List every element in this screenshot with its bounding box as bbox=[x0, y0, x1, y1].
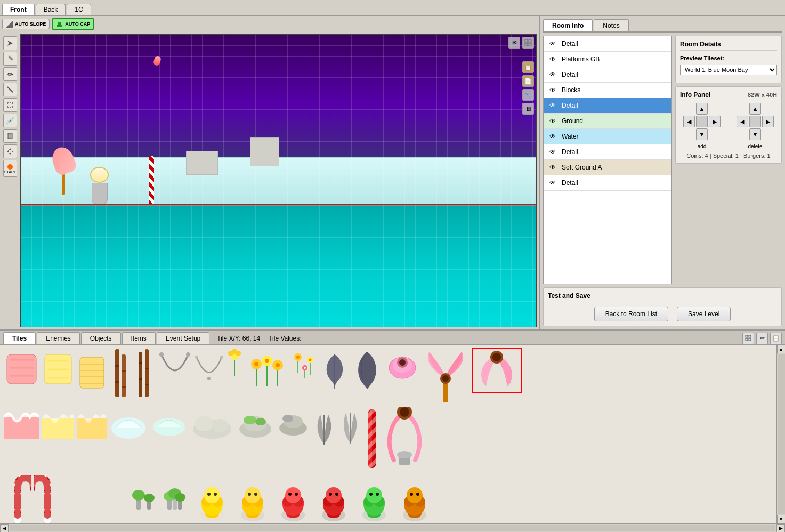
eye-icon-7[interactable]: 👁 bbox=[548, 132, 557, 141]
tab-front[interactable]: Front bbox=[2, 4, 35, 15]
tab-tiles[interactable]: Tiles bbox=[3, 332, 36, 344]
layer-ground[interactable]: 👁 Ground bbox=[544, 114, 671, 129]
del-up[interactable]: ▲ bbox=[749, 103, 761, 115]
tile-palm-open[interactable] bbox=[383, 407, 426, 465]
tool-arrow[interactable] bbox=[3, 36, 17, 50]
del-right[interactable]: ▶ bbox=[762, 116, 774, 127]
del-left[interactable]: ◀ bbox=[737, 116, 748, 127]
tile-dark-leaves-1[interactable] bbox=[321, 349, 348, 392]
tab-event-setup[interactable]: Event Setup bbox=[157, 332, 209, 344]
tool-start[interactable]: START bbox=[3, 160, 17, 177]
eye-icon-3[interactable]: 👁 bbox=[548, 70, 557, 79]
tile-ice-mound-2[interactable] bbox=[150, 407, 188, 436]
tool-eraser[interactable]: ✏ bbox=[3, 67, 17, 81]
eye-icon-8[interactable]: 👁 bbox=[548, 147, 557, 157]
scroll-up-btn[interactable]: ▲ bbox=[777, 345, 786, 353]
tab-objects[interactable]: Objects bbox=[81, 332, 121, 344]
tool-fill[interactable] bbox=[3, 129, 17, 143]
eye-icon-6[interactable]: 👁 bbox=[548, 116, 557, 126]
tile-palm-full[interactable] bbox=[422, 349, 470, 402]
tile-red-pole[interactable] bbox=[364, 407, 380, 471]
auto-cap-button[interactable]: AUTO CAP bbox=[52, 18, 94, 30]
layer-detail-selected[interactable]: 👁 Detail bbox=[544, 98, 671, 114]
visibility-icon[interactable]: 👁 bbox=[508, 37, 520, 49]
pencil-tool-icon[interactable]: ✏ bbox=[756, 333, 768, 344]
tile-feather-1[interactable] bbox=[312, 407, 336, 449]
layer-soft-ground-a[interactable]: 👁 Soft Ground A bbox=[544, 160, 671, 175]
tool-eyedropper[interactable]: 💉 bbox=[3, 114, 17, 127]
tile-gummy-red-1[interactable] bbox=[274, 475, 312, 523]
tiles-content[interactable] bbox=[0, 345, 776, 523]
tile-gummy-yellow-1[interactable] bbox=[193, 475, 231, 523]
tool-select[interactable] bbox=[3, 98, 17, 112]
copy-right-icon[interactable]: 📄 bbox=[522, 75, 534, 87]
copy-left-icon[interactable]: 📋 bbox=[522, 61, 534, 73]
del-down[interactable]: ▼ bbox=[749, 128, 761, 140]
tile-bamboo-1[interactable] bbox=[110, 349, 131, 397]
tile-ice-mound-1[interactable] bbox=[110, 407, 147, 439]
wrench-icon[interactable]: 🔧 bbox=[522, 89, 534, 101]
grid-toggle-icon[interactable] bbox=[522, 37, 534, 49]
layer-blocks[interactable]: 👁 Blocks bbox=[544, 83, 671, 98]
back-to-room-list-button[interactable]: Back to Room List bbox=[594, 307, 668, 321]
tab-notes[interactable]: Notes bbox=[594, 19, 628, 31]
tile-feather-2[interactable] bbox=[339, 407, 361, 447]
eye-icon-5[interactable]: 👁 bbox=[548, 101, 557, 110]
display-icon[interactable]: 🖥 bbox=[522, 103, 534, 115]
tool-line[interactable] bbox=[3, 83, 17, 96]
tab-enemies[interactable]: Enemies bbox=[37, 332, 80, 344]
hscroll-left-btn[interactable]: ◀ bbox=[0, 524, 9, 533]
tile-gummy-green[interactable] bbox=[355, 475, 393, 523]
add-up[interactable]: ▲ bbox=[696, 103, 708, 115]
tile-snow-blob-2[interactable] bbox=[237, 407, 274, 439]
tile-gummy-orange[interactable] bbox=[396, 475, 433, 523]
eye-icon-9[interactable]: 👁 bbox=[548, 163, 557, 172]
tile-snow-blob-3[interactable] bbox=[277, 407, 309, 436]
hscroll-right-btn[interactable]: ▶ bbox=[776, 524, 785, 533]
eye-icon-2[interactable]: 👁 bbox=[548, 54, 557, 64]
tile-pink-lotus[interactable] bbox=[386, 349, 418, 386]
tile-candy-cane-1[interactable] bbox=[4, 475, 31, 523]
tile-palm-half-selected[interactable] bbox=[473, 349, 521, 392]
tool-pencil[interactable] bbox=[3, 52, 17, 66]
tab-room-info[interactable]: Room Info bbox=[543, 19, 593, 31]
scroll-down-btn[interactable]: ▼ bbox=[777, 515, 786, 523]
tile-mushroom-2[interactable] bbox=[161, 475, 190, 512]
tile-pineapple[interactable] bbox=[77, 349, 107, 392]
layer-water[interactable]: 👁 Water bbox=[544, 129, 671, 144]
add-left[interactable]: ◀ bbox=[683, 116, 695, 127]
layer-detail-3[interactable]: 👁 Detail bbox=[544, 144, 671, 160]
auto-slope-button[interactable]: AUTO SLOPE bbox=[2, 19, 50, 29]
tab-1c[interactable]: 1C bbox=[67, 4, 91, 15]
eye-icon-1[interactable]: 👁 bbox=[548, 39, 557, 49]
tile-dark-leaves-2[interactable] bbox=[351, 349, 383, 392]
eye-icon-4[interactable]: 👁 bbox=[548, 85, 557, 95]
tile-candy-cane-2[interactable] bbox=[34, 475, 61, 523]
add-down[interactable]: ▼ bbox=[696, 128, 708, 140]
tile-snow-blob-1[interactable] bbox=[191, 407, 233, 439]
layer-platforms-gb[interactable]: 👁 Platforms GB bbox=[544, 52, 671, 67]
tile-arc-2[interactable] bbox=[194, 349, 223, 392]
copy-tile-icon[interactable]: 📋 bbox=[770, 333, 782, 344]
eye-icon-10[interactable]: 👁 bbox=[548, 178, 557, 188]
tile-gummy-yellow-2[interactable] bbox=[234, 475, 271, 523]
tab-items[interactable]: Items bbox=[122, 332, 156, 344]
layer-detail-1[interactable]: 👁 Detail bbox=[544, 36, 671, 52]
tile-mushroom-1[interactable] bbox=[131, 475, 158, 512]
tile-bamboo-2[interactable] bbox=[134, 349, 156, 397]
tile-arc-1[interactable] bbox=[159, 349, 191, 392]
tab-back[interactable]: Back bbox=[36, 4, 66, 15]
save-level-button[interactable]: Save Level bbox=[677, 307, 731, 321]
tile-lemon-yellow[interactable] bbox=[42, 349, 74, 389]
tile-small-icons[interactable] bbox=[292, 349, 318, 381]
tile-pine-ground[interactable] bbox=[77, 407, 107, 439]
tile-candy-ground[interactable] bbox=[4, 407, 39, 439]
layer-detail-4[interactable]: 👁 Detail bbox=[544, 175, 671, 191]
tileset-select[interactable]: World 1: Blue Moon Bay bbox=[680, 65, 777, 75]
layer-detail-2[interactable]: 👁 Detail bbox=[544, 67, 671, 83]
tile-flowers-yellow[interactable] bbox=[246, 349, 288, 392]
tool-move[interactable] bbox=[3, 144, 17, 158]
tile-candy-pink[interactable] bbox=[4, 349, 39, 389]
add-right[interactable]: ▶ bbox=[709, 116, 721, 127]
game-canvas[interactable]: 👁 📋 📄 bbox=[20, 34, 537, 327]
